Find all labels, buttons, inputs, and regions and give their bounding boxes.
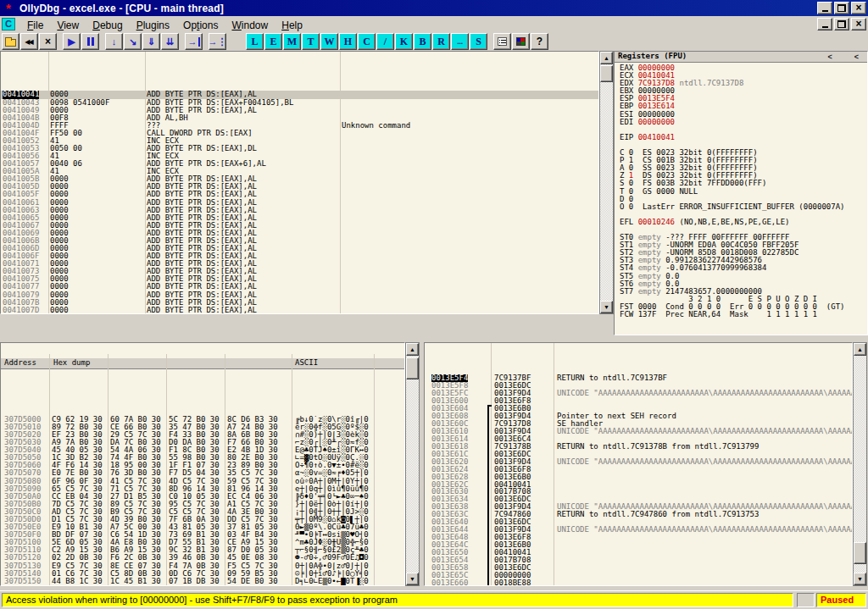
scrollbar-thumb[interactable] — [600, 65, 613, 82]
register-line[interactable]: FST 0000 Cond 0 0 0 0 Err 0 0 0 0 0 0 0 … — [615, 303, 867, 311]
close-button[interactable]: × — [851, 2, 866, 14]
disasm-row[interactable]: 0041007B0000ADD BYTE PTR DS:[EAX],AL — [1, 299, 598, 307]
stack-row[interactable]: 0013E5F47C9137BFRETURN to ntdll.7C9137BF — [425, 374, 852, 382]
register-line[interactable]: O 0 LastErr ERROR_INSUFFICIENT_BUFFER (0… — [615, 203, 867, 211]
menu-item-file[interactable]: File — [20, 18, 50, 33]
disasm-row[interactable]: 0041006F0000ADD BYTE PTR DS:[EAX],AL — [1, 252, 598, 260]
register-line[interactable] — [615, 141, 867, 149]
pane-nav-right-icon[interactable]: < — [854, 53, 859, 61]
hexdump-row[interactable]: 307D5000C9 62 19 3060 7A B0 305C 72 B0 3… — [1, 416, 404, 424]
hexdump-row[interactable]: 307D512002 2D 0B 30F6 2C 0B 3039 46 0B 3… — [1, 554, 404, 562]
register-line[interactable] — [615, 211, 867, 219]
register-line[interactable]: EBP 0013E614 — [615, 102, 867, 110]
toolbar-animate-into-button[interactable]: ⇓ — [142, 33, 160, 50]
disasm-row[interactable]: 004100790000ADD BYTE PTR DS:[EAX],AL — [1, 291, 598, 299]
hexdump-row[interactable]: 307D5110C2 A9 15 30B6 A9 15 309C 32 B1 3… — [1, 546, 404, 554]
disasm-row[interactable]: 0041006D0000ADD BYTE PTR DS:[EAX],AL — [1, 245, 598, 252]
hexdump-row[interactable]: 307D509065 C5 7C 3071 C5 7C 308D 96 14 3… — [1, 485, 404, 493]
disasm-row[interactable]: 004100670000ADD BYTE PTR DS:[EAX],AL — [1, 222, 598, 230]
disasm-row[interactable]: 004100770000ADD BYTE PTR DS:[EAX],AL — [1, 283, 598, 291]
menu-item-plugins[interactable]: Plugins — [130, 18, 176, 33]
register-line[interactable]: C 0 ES 0023 32bit 0(FFFFFFFF) — [615, 149, 867, 157]
register-line[interactable]: EDI 00000000 — [615, 119, 867, 126]
register-line[interactable]: D 0 — [615, 196, 867, 203]
disasm-row[interactable]: 004100630000ADD BYTE PTR DS:[EAX],AL — [1, 207, 598, 214]
disassembly-pane[interactable]: 004100410000ADD BYTE PTR DS:[EAX],AL0041… — [0, 51, 599, 314]
hexdump-scrollbar[interactable]: ▲ ▼ — [405, 342, 420, 586]
register-line[interactable]: T 0 GS 0000 NULL — [615, 188, 867, 196]
registers-pane[interactable]: Registers (FPU) < < EAX 00000000ECX 0041… — [614, 51, 868, 335]
disasm-row[interactable]: 0041006B0000ADD BYTE PTR DS:[EAX],AL — [1, 237, 598, 245]
disasm-row[interactable]: 004100570040 06ADD BYTE PTR DS:[EAX+6],A… — [1, 160, 598, 168]
hexdump-row[interactable]: 307D51005E 6D 05 304A E8 B0 30D7 55 B1 3… — [1, 539, 404, 546]
toolbar-goto-address-button[interactable]: →⋮ — [209, 33, 226, 50]
disasm-row[interactable]: 004100750000ADD BYTE PTR DS:[EAX],AL — [1, 275, 598, 283]
disasm-row[interactable]: 004100710000ADD BYTE PTR DS:[EAX],AL — [1, 260, 598, 268]
disasm-row[interactable]: 004100610000ADD BYTE PTR DS:[EAX],AL — [1, 199, 598, 207]
hexdump-row[interactable]: 307D516009 17 06 30D6 2A 0B 30B6 D2 05 3… — [1, 585, 404, 586]
register-line[interactable]: EDX 7C9137D8 ntdll.7C9137D8 — [615, 80, 867, 87]
scroll-up-button[interactable]: ▲ — [406, 343, 419, 356]
register-line[interactable]: 3 2 1 0 E S P U O Z D I — [615, 296, 867, 303]
hexdump-row[interactable]: 307D515044 B8 1C 301C 45 B1 3007 1B DB 3… — [1, 578, 404, 585]
toolbar-letter-h-button[interactable]: H — [339, 33, 357, 50]
toolbar-close-program-button[interactable]: × — [39, 33, 57, 50]
toolbar-letter-r-button[interactable]: R — [432, 33, 450, 50]
register-line[interactable]: EIP 00410041 — [615, 134, 867, 141]
toolbar-letter-slash-button[interactable]: / — [376, 33, 394, 50]
disasm-row[interactable]: 0041004DFFFF???Unknown command — [1, 122, 598, 130]
toolbar-letter-b-button[interactable]: B — [414, 33, 431, 50]
scrollbar-thumb[interactable] — [406, 357, 419, 379]
register-line[interactable]: P 1 CS 001B 32bit 0(FFFFFFFF) — [615, 157, 867, 164]
menu-item-help[interactable]: Help — [275, 18, 309, 33]
disasm-row[interactable]: 0041005B0000ADD BYTE PTR DS:[EAX],AL — [1, 175, 598, 183]
toolbar-letter-t-button[interactable]: T — [302, 33, 320, 50]
disasm-row[interactable]: 0041005A41INC ECX — [1, 168, 598, 175]
hexdump-row[interactable]: 307D5030A9 7A B0 30DA 7C B0 30D0 DA B0 3… — [1, 439, 404, 446]
register-line[interactable]: ST7 empty 2147483657.0000000000 — [615, 288, 867, 296]
child-restore-button[interactable] — [834, 18, 849, 30]
hexdump-row[interactable]: 307D50501C 3D B2 3074 4F B0 3055 98 B0 3… — [1, 454, 404, 462]
register-line[interactable]: ST1 empty -UNORM ED0A 00C4C050 FBFF205F — [615, 241, 867, 249]
register-line[interactable]: ST3 empty 0.9912836227442968576 — [615, 257, 867, 264]
toolbar-letter-e-button[interactable]: E — [264, 33, 282, 50]
scroll-down-button[interactable]: ▼ — [406, 573, 419, 585]
toolbar-pause-button[interactable] — [81, 33, 99, 50]
register-line[interactable]: ESP 0013E5F4 — [615, 95, 867, 102]
register-line[interactable]: S 0 FS 003B 32bit 7FFDD000(FFF) — [615, 180, 867, 187]
child-close-button[interactable]: × — [851, 18, 866, 30]
toolbar-letter-m-button[interactable]: M — [283, 33, 301, 50]
hexdump-row[interactable]: 307D50604F F6 14 3018 95 00 301F F1 07 3… — [1, 462, 404, 469]
register-line[interactable]: ST2 empty -UNORM 85D8 0018D008 022785DC — [615, 249, 867, 257]
register-line[interactable]: ST6 empty 0.0 — [615, 280, 867, 288]
toolbar-letter-w-button[interactable]: W — [320, 33, 338, 50]
toolbar-animate-over-button[interactable]: ⇊ — [161, 33, 179, 50]
hexdump-row[interactable]: 307D5130E9 C5 7C 308E CE 07 30F4 7A 0B 3… — [1, 562, 404, 570]
register-line[interactable]: ST0 empty -??? FFFF 00FFFFFF 00FFFFFF — [615, 234, 867, 241]
restore-button[interactable] — [834, 2, 849, 14]
scroll-down-button[interactable]: ▼ — [600, 301, 613, 313]
hexdump-row[interactable]: 307D50F0BD DF 07 30C6 54 1D 3073 69 B1 3… — [1, 531, 404, 539]
disasm-row[interactable]: 004100490000ADD BYTE PTR DS:[EAX],AL — [1, 107, 598, 114]
menu-item-view[interactable]: View — [50, 18, 86, 33]
hexdump-pane[interactable]: Address Hex dump ASCII 307D5000C9 62 19 … — [0, 342, 405, 586]
hexdump-row[interactable]: 307D50806F 96 0F 3041 C5 7C 304D C5 7C 3… — [1, 478, 404, 485]
disasm-row[interactable]: 004100530050 00ADD BYTE PTR DS:[EAX],DL — [1, 145, 598, 152]
hexdump-row[interactable]: 307D50A0CC EB 04 3027 D1 B5 30C0 10 05 3… — [1, 493, 404, 501]
hexdump-row[interactable]: 307D5020EF 23 B0 3029 C5 7C 30F4 33 B0 3… — [1, 431, 404, 439]
stack-row[interactable]: 0013E5F80013E6DC — [425, 382, 852, 390]
toolbar-help-button[interactable]: ? — [531, 33, 548, 50]
scroll-up-button[interactable]: ▲ — [600, 52, 613, 64]
stack-pane[interactable]: 0013E5F47C9137BFRETURN to ntdll.7C9137BF… — [424, 342, 853, 586]
menu-item-options[interactable]: Options — [176, 18, 225, 33]
menu-item-debug[interactable]: Debug — [86, 18, 129, 33]
register-line[interactable]: ESI 00000000 — [615, 111, 867, 119]
register-line[interactable]: ST4 empty -0.0760413770999968384 — [615, 264, 867, 272]
register-line[interactable]: A 0 SS 0023 32bit 0(FFFFFFFF) — [615, 164, 867, 172]
menu-item-window[interactable]: Window — [225, 18, 275, 33]
hexdump-row[interactable]: 307D5070E0 7E B0 3076 3D B0 30F7 D5 04 3… — [1, 469, 404, 477]
toolbar-step-over-button[interactable]: ↘ — [124, 33, 142, 50]
disassembly-scrollbar[interactable]: ▲ ▼ — [599, 51, 614, 314]
minimize-button[interactable] — [817, 2, 832, 14]
disasm-row[interactable]: 0041005641INC ECX — [1, 152, 598, 160]
